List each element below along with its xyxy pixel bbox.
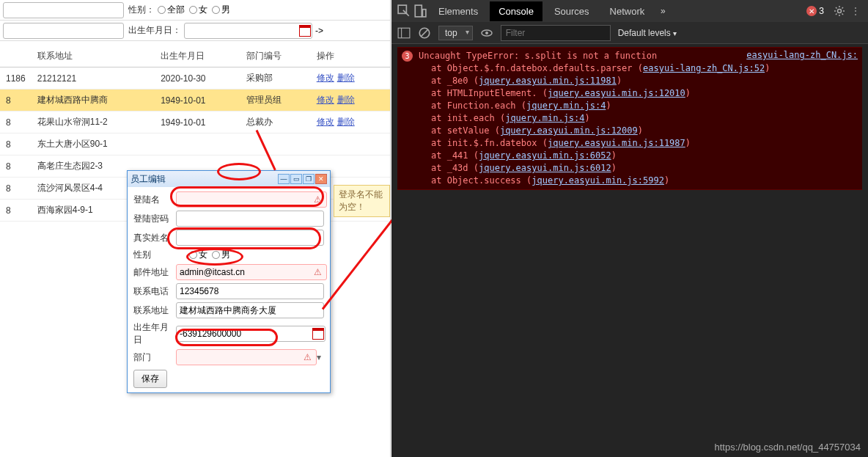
collapse-icon[interactable]: — bbox=[278, 174, 290, 184]
table-header-row: 联系地址 出生年月日 部门编号 操作 bbox=[0, 45, 390, 67]
mail-label: 邮件地址 bbox=[133, 266, 176, 279]
date-from[interactable] bbox=[184, 23, 312, 39]
warn-icon bbox=[314, 194, 324, 205]
dlg-radio-female[interactable]: 女 bbox=[189, 249, 207, 261]
dob-label: 出生年月日： bbox=[128, 24, 181, 37]
col-dept[interactable]: 部门编号 bbox=[240, 45, 311, 67]
svg-rect-2 bbox=[422, 10, 426, 17]
warn-icon bbox=[304, 352, 314, 362]
sex-label: 性别： bbox=[128, 4, 155, 16]
edit-link[interactable]: 修改 bbox=[317, 95, 334, 105]
table-row[interactable]: 8花果山水帘洞11-21949-10-01总裁办修改删除 bbox=[0, 111, 390, 134]
filter-input-1[interactable] bbox=[3, 2, 124, 18]
radio-all[interactable]: 全部 bbox=[158, 4, 185, 16]
table-row[interactable]: 8建材城西路中腾商1949-10-01管理员组修改删除 bbox=[0, 89, 390, 111]
filter-row-2: 出生年月日： -> bbox=[0, 21, 390, 41]
context-select[interactable]: top bbox=[438, 26, 473, 40]
stack-source-link[interactable]: jquery.easyui.min.js:11987 bbox=[548, 138, 685, 148]
pwd-label: 登陆密码 bbox=[133, 213, 176, 225]
devtools-pane: Elements Console Sources Network » ✕3 ⋮ … bbox=[391, 0, 868, 457]
console-error[interactable]: 3 Uncaught TypeError: s.split is not a f… bbox=[397, 47, 862, 190]
calendar-icon[interactable] bbox=[312, 328, 324, 340]
stack-source-link[interactable]: jquery.easyui.min.js:5992 bbox=[532, 175, 664, 186]
devtools-tabs: Elements Console Sources Network » ✕3 ⋮ bbox=[391, 0, 868, 22]
log-levels-select[interactable]: Default levels bbox=[618, 28, 677, 38]
stack-frame: at setValue (jquery.easyui.min.js:12009) bbox=[431, 125, 858, 137]
sidebar-toggle-icon[interactable] bbox=[397, 26, 411, 40]
stack-frame: at init.each (jquery.min.js:4) bbox=[431, 112, 858, 125]
close-icon[interactable]: ✕ bbox=[315, 174, 327, 184]
stack-source-link[interactable]: jquery.easyui.min.js:6052 bbox=[479, 150, 611, 161]
mail-input[interactable] bbox=[176, 264, 327, 280]
tab-network[interactable]: Network bbox=[601, 1, 654, 21]
watermark: https://blog.csdn.net/qq_44757034 bbox=[715, 442, 861, 453]
table-row[interactable]: 1186212121212020-10-30采购部修改删除 bbox=[0, 67, 390, 89]
tel-input[interactable] bbox=[176, 283, 324, 299]
stack-frame: at _8e0 (jquery.easyui.min.js:11981) bbox=[431, 75, 858, 87]
col-ops[interactable]: 操作 bbox=[311, 45, 390, 67]
more-tabs-icon[interactable]: » bbox=[656, 4, 669, 18]
real-label: 真实姓名 bbox=[133, 232, 176, 244]
chevron-down-icon[interactable]: ▾ bbox=[314, 352, 324, 362]
stack-source-link[interactable]: jquery.min.js:4 bbox=[526, 100, 606, 111]
edit-link[interactable]: 修改 bbox=[317, 73, 334, 83]
dept-input[interactable] bbox=[176, 349, 317, 365]
login-input[interactable] bbox=[176, 191, 327, 208]
console-body: 3 Uncaught TypeError: s.split is not a f… bbox=[391, 44, 868, 193]
col-addr[interactable]: 联系地址 bbox=[32, 45, 155, 67]
pwd-input[interactable] bbox=[176, 211, 324, 227]
stack-source-link[interactable]: easyui-lang-zh_CN.js:52 bbox=[643, 63, 765, 73]
stack-frame: at Object.$.fn.datebox.defaults.parser (… bbox=[431, 62, 858, 75]
stack-frame: at Object.success (jquery.easyui.min.js:… bbox=[431, 175, 858, 187]
calendar-icon[interactable] bbox=[299, 25, 311, 37]
delete-link[interactable]: 删除 bbox=[337, 117, 355, 127]
edit-dialog: 员工编辑 — ▭ ❐ ✕ 登陆名 登陆密码 真实姓名 性别 女 男 邮件地址 联… bbox=[127, 170, 331, 393]
gear-icon[interactable] bbox=[833, 4, 846, 18]
login-label: 登陆名 bbox=[133, 194, 176, 206]
error-icon: 3 bbox=[402, 51, 413, 62]
stack-source-link[interactable]: jquery.easyui.min.js:11981 bbox=[479, 76, 617, 86]
radio-male[interactable]: 男 bbox=[212, 4, 230, 16]
tab-console[interactable]: Console bbox=[490, 1, 542, 21]
clear-console-icon[interactable] bbox=[418, 26, 431, 40]
radio-female[interactable]: 女 bbox=[189, 4, 207, 16]
stack-source-link[interactable]: jquery.easyui.min.js:12009 bbox=[500, 125, 638, 136]
tab-sources[interactable]: Sources bbox=[545, 1, 598, 21]
dob-label2: 出生年月日 bbox=[133, 321, 176, 346]
eye-icon[interactable] bbox=[480, 26, 493, 40]
validation-tooltip: 登录名不能为空！ bbox=[334, 185, 390, 217]
sex-label2: 性别 bbox=[133, 249, 176, 261]
stack-source-link[interactable]: jquery.min.js:4 bbox=[505, 113, 584, 123]
svg-rect-1 bbox=[415, 5, 422, 17]
tab-elements[interactable]: Elements bbox=[430, 1, 487, 21]
save-button[interactable]: 保存 bbox=[133, 370, 167, 388]
tel-label: 联系电话 bbox=[133, 285, 176, 298]
dialog-title-bar[interactable]: 员工编辑 — ▭ ❐ ✕ bbox=[128, 171, 330, 187]
error-source-link[interactable]: easyui-lang-zh_CN.js: bbox=[746, 50, 858, 60]
svg-line-7 bbox=[422, 29, 428, 36]
inspect-icon[interactable] bbox=[397, 4, 411, 18]
col-dob[interactable]: 出生年月日 bbox=[155, 45, 240, 67]
edit-link[interactable]: 修改 bbox=[317, 117, 334, 127]
dialog-body: 登陆名 登陆密码 真实姓名 性别 女 男 邮件地址 联系电话 联系地址 出生年月… bbox=[128, 187, 330, 392]
svg-point-9 bbox=[485, 32, 488, 34]
real-input[interactable] bbox=[176, 230, 324, 246]
table-row[interactable]: 8东土大唐小区90-1 bbox=[0, 134, 390, 156]
dob-input[interactable] bbox=[176, 326, 326, 342]
filter-input[interactable] bbox=[501, 25, 611, 41]
stack-frame: at init.$.fn.datebox (jquery.easyui.min.… bbox=[431, 137, 858, 150]
filter-input-2[interactable] bbox=[3, 23, 124, 39]
minimize-icon[interactable]: ▭ bbox=[290, 174, 302, 184]
delete-link[interactable]: 删除 bbox=[337, 73, 355, 83]
stack-source-link[interactable]: jquery.easyui.min.js:6012 bbox=[479, 163, 611, 173]
addr-input[interactable] bbox=[176, 302, 324, 318]
error-count-badge[interactable]: ✕3 bbox=[806, 6, 824, 16]
svg-rect-4 bbox=[398, 28, 410, 38]
delete-link[interactable]: 删除 bbox=[337, 95, 355, 105]
stack-source-link[interactable]: jquery.easyui.min.js:12010 bbox=[548, 88, 685, 98]
device-icon[interactable] bbox=[413, 4, 427, 18]
dlg-radio-male[interactable]: 男 bbox=[212, 249, 230, 261]
kebab-icon[interactable]: ⋮ bbox=[849, 4, 862, 18]
stack-frame: at _441 (jquery.easyui.min.js:6052) bbox=[431, 150, 858, 162]
maximize-icon[interactable]: ❐ bbox=[303, 174, 315, 184]
